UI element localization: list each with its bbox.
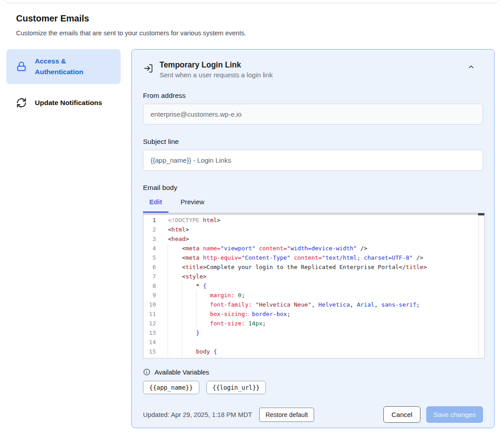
page-title: Customer Emails [16, 13, 89, 24]
code-line: 5 <meta http-equiv="Content-Type" conten… [143, 253, 484, 262]
tab-edit[interactable]: Edit [143, 198, 168, 206]
code-line: 4 <meta name="viewport" content="width=d… [143, 244, 484, 253]
code-line: 12 font-size: 14px; [143, 319, 484, 328]
line-number: 2 [143, 225, 161, 234]
code-line: 10 font-family: "Helvetica Neue", Helvet… [143, 300, 484, 309]
code-line: 16 background-color: #f6f9fc; [143, 356, 484, 358]
code-line: 2<html> [143, 225, 484, 234]
editor-vertical-scrollbar-track[interactable] [479, 213, 484, 358]
code-line: 1<!DOCTYPE html> [143, 215, 484, 225]
code-line: 3<head> [143, 234, 484, 244]
subject-line-input[interactable] [143, 150, 483, 171]
line-number: 12 [143, 319, 161, 328]
page: Customer Emails Customize the emails tha… [0, 0, 504, 438]
line-number: 10 [143, 300, 161, 309]
email-categories-sidebar: Access & AuthenticationUpdate Notificati… [6, 49, 121, 114]
previous-card-bottom-edge [4, 0, 500, 3]
line-number: 16 [143, 356, 161, 358]
from-address-input[interactable] [143, 104, 483, 125]
editor-scrollbar-thumb[interactable] [478, 213, 484, 215]
editor-horizontal-scrollbar-track[interactable] [143, 213, 479, 215]
chevron-up-icon [467, 65, 475, 72]
subject-line-label: Subject line [143, 138, 483, 146]
variable-chip[interactable]: {{app_name}} [143, 381, 199, 394]
email-body-editor[interactable]: 1<!DOCTYPE html>2<html>3<head>4 <meta na… [143, 213, 485, 358]
card-footer: Updated: Apr 29, 2025, 1:18 PM MDT Resto… [143, 406, 483, 423]
code-line: 7 <style> [143, 272, 484, 281]
save-changes-button[interactable]: Save changes [426, 406, 483, 423]
updated-timestamp: Updated: Apr 29, 2025, 1:18 PM MDT [143, 411, 252, 418]
code-line: 11 box-sizing: border-box; [143, 309, 484, 319]
from-address-label: From address [143, 92, 483, 100]
login-icon [143, 63, 154, 73]
code-line: 14 [143, 337, 484, 347]
code-line: 6 <title>Complete your login to the Repl… [143, 262, 484, 272]
line-number: 6 [143, 262, 161, 272]
code-area[interactable]: 1<!DOCTYPE html>2<html>3<head>4 <meta na… [143, 213, 484, 358]
lock-icon [16, 61, 27, 72]
line-number: 14 [143, 337, 161, 347]
line-number: 5 [143, 253, 161, 262]
email-body-label: Email body [143, 184, 483, 192]
restore-default-button[interactable]: Restore default [259, 408, 314, 422]
line-number: 1 [143, 215, 161, 225]
line-number: 15 [143, 347, 161, 356]
line-number: 9 [143, 291, 161, 300]
cancel-button[interactable]: Cancel [383, 406, 420, 423]
email-body-tabs: EditPreview [143, 198, 483, 213]
line-number: 8 [143, 281, 161, 291]
variable-chips: {{app_name}}{{login_url}} [143, 381, 483, 394]
card-title: Temporary Login Link [160, 60, 462, 70]
sidebar-item-update-notifications[interactable]: Update Notifications [6, 92, 121, 114]
code-line: 15 body { [143, 347, 484, 356]
code-line: 9 margin: 0; [143, 291, 484, 300]
line-number: 3 [143, 234, 161, 244]
card-header: Temporary Login Link Sent when a user re… [143, 60, 483, 79]
tab-preview[interactable]: Preview [181, 198, 204, 206]
line-number: 7 [143, 272, 161, 281]
variable-chip[interactable]: {{login_url}} [206, 381, 266, 394]
sidebar-item-label: Access & Authentication [35, 56, 115, 77]
sidebar-item-access-authentication[interactable]: Access & Authentication [6, 49, 121, 84]
available-variables-label: Available Variables [155, 369, 209, 376]
page-subtitle: Customize the emails that are sent to yo… [16, 29, 246, 37]
card-subtitle: Sent when a user requests a login link [160, 71, 462, 79]
sidebar-item-label: Update Notifications [35, 97, 102, 108]
line-number: 4 [143, 244, 161, 253]
code-line: 13 } [143, 328, 484, 337]
line-number: 13 [143, 328, 161, 337]
refresh-icon [16, 97, 27, 108]
code-line: 8 * { [143, 281, 484, 291]
temporary-login-link-card: Temporary Login Link Sent when a user re… [131, 49, 495, 428]
info-icon [143, 368, 151, 376]
line-number: 11 [143, 309, 161, 319]
collapse-card-button[interactable] [467, 63, 475, 72]
